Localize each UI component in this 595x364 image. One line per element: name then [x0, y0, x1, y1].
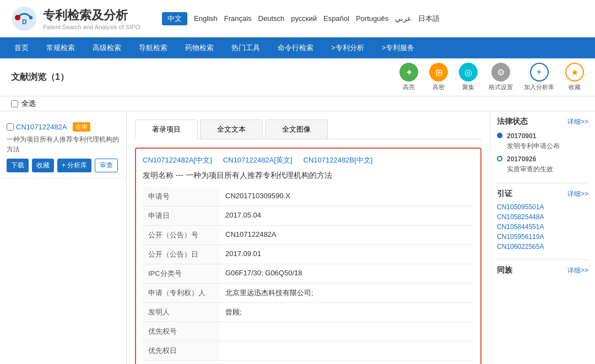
- toolbar-cluster[interactable]: ◎ 聚集: [459, 63, 478, 91]
- select-all-row: 全选: [0, 96, 595, 111]
- detail-link-cn-en[interactable]: CN107122482A[英文]: [223, 155, 293, 165]
- logo-title: 专利检索及分析: [43, 7, 140, 24]
- citation-link[interactable]: CN105844551A: [497, 223, 588, 231]
- format-icon: ⚙: [491, 63, 510, 82]
- right-panel: 法律状态 详细>> 20170901发明专利申请公布20170926实质审查的生…: [490, 111, 595, 364]
- nav-advanced-search[interactable]: 高级检索: [84, 37, 130, 58]
- family-detail-link[interactable]: 详细>>: [567, 266, 588, 275]
- density-label: 高密: [432, 83, 445, 91]
- cluster-icon: ◎: [459, 63, 478, 82]
- citations-detail-link[interactable]: 详细>>: [567, 189, 588, 199]
- nav-hot-tools[interactable]: 热门工具: [223, 37, 269, 58]
- timeline-item: 20170901发明专利申请公布: [497, 131, 588, 151]
- logo-area: D 专利检索及分析 Patent Search and Analysis of …: [11, 6, 140, 32]
- patent-status-badge: 在审: [73, 122, 90, 132]
- tab-fulltext[interactable]: 全文文本: [200, 119, 263, 139]
- field-label: 公开（公告）号: [143, 226, 220, 245]
- invention-title: 发明名称 --- 一种为项目所有人推荐专利代理机构的方法: [143, 171, 474, 181]
- add-analysis-icon: +: [530, 63, 549, 82]
- tab-fullimage[interactable]: 全文图像: [265, 119, 328, 139]
- detail-content: CN107122482A[中文] CN107122482A[英文] CN1071…: [135, 148, 482, 364]
- citations-list: CN105095501ACN105825448ACN105844551ACN10…: [497, 203, 588, 251]
- nav-patent-analysis[interactable]: >专利分析: [322, 37, 373, 58]
- toolbar-icons: ✦ 高亮 ⊞ 高密 ◎ 聚集 ⚙ 格式设置 + 加入分析库 ★ 收藏: [399, 63, 584, 91]
- nav-command-search[interactable]: 命令行检索: [269, 37, 322, 58]
- divider-1: [497, 183, 588, 183]
- field-label: 申请日: [143, 207, 220, 226]
- patent-id-link[interactable]: CN107122482A: [16, 123, 67, 131]
- table-row: 发明人曾顾;: [143, 303, 474, 322]
- field-label: 公开（公告）日: [143, 245, 220, 264]
- favorite-label: 收藏: [569, 83, 581, 91]
- patent-checkbox[interactable]: [7, 123, 14, 131]
- lang-francais[interactable]: Français: [224, 14, 252, 23]
- toolbar-favorite[interactable]: ★ 收藏: [565, 63, 584, 91]
- timeline-item: 20170926实质审查的生效: [497, 154, 588, 174]
- detail-link-cn-zh[interactable]: CN107122482A[中文]: [143, 155, 212, 165]
- timeline-dot: [497, 133, 502, 138]
- lang-english[interactable]: English: [194, 14, 218, 23]
- citation-link[interactable]: CN105095501A: [497, 203, 588, 211]
- toolbar-format[interactable]: ⚙ 格式设置: [489, 63, 513, 91]
- field-value: 曾顾;: [220, 303, 474, 322]
- citation-link[interactable]: CN105825448A: [497, 213, 588, 221]
- logo-text-area: 专利检索及分析 Patent Search and Analysis of SI…: [43, 7, 140, 30]
- lang-russian[interactable]: русский: [291, 14, 317, 23]
- table-row: IPC分类号G06F17/30; G06Q50/18: [143, 264, 474, 284]
- detail-tabs: 著录项目 全文文本 全文图像: [135, 119, 482, 139]
- family-header: 同族 详细>>: [497, 265, 588, 275]
- select-all-label: 全选: [21, 99, 36, 108]
- field-label: IPC分类号: [143, 264, 220, 284]
- lang-espanol[interactable]: Español: [323, 14, 349, 23]
- collect-btn[interactable]: 收藏: [32, 159, 54, 172]
- citation-link[interactable]: CN106022565A: [497, 243, 588, 251]
- table-row: 申请日2017.05.04: [143, 207, 474, 226]
- lang-active-btn[interactable]: 中文: [162, 12, 187, 25]
- results-title: 文献浏览（1）: [11, 72, 69, 83]
- field-value: [220, 322, 474, 341]
- add-analysis-btn[interactable]: + 分析库: [57, 159, 91, 172]
- highlight-label: 高亮: [403, 83, 415, 91]
- logo-icon: D: [11, 6, 37, 32]
- timeline-content: 20170901发明专利申请公布: [507, 131, 560, 151]
- tab-bibliography[interactable]: 著录项目: [135, 119, 198, 139]
- field-value: [220, 341, 474, 361]
- middle-panel: 著录项目 全文文本 全文图像 CN107122482A[中文] CN107122…: [127, 111, 490, 364]
- field-label: 申请（专利权）人: [143, 284, 220, 303]
- info-table: 申请号CN201710309590.X申请日2017.05.04公开（公告）号C…: [143, 187, 474, 361]
- select-all-checkbox[interactable]: [11, 100, 18, 107]
- legal-status-title: 法律状态: [497, 117, 528, 127]
- lang-deutsch[interactable]: Deutsch: [258, 14, 285, 23]
- toolbar-add-analysis[interactable]: + 加入分析库: [524, 63, 554, 91]
- lang-portugues[interactable]: Português: [356, 14, 388, 23]
- nav-drug-search[interactable]: 药物检索: [176, 37, 223, 58]
- table-row: 公开（公告）日2017.09.01: [143, 245, 474, 264]
- field-value: CN107122482A: [220, 226, 474, 245]
- nav-nav-search[interactable]: 导航检索: [130, 37, 176, 58]
- toolbar-density[interactable]: ⊞ 高密: [429, 63, 448, 91]
- nav-regular-search[interactable]: 常规检索: [37, 37, 84, 58]
- lang-arabic[interactable]: عربي: [395, 14, 412, 23]
- legal-status-header: 法律状态 详细>>: [497, 117, 588, 127]
- field-value: 2017.05.04: [220, 207, 474, 226]
- legal-status-timeline: 20170901发明专利申请公布20170926实质审查的生效: [497, 131, 588, 174]
- results-bar: 文献浏览（1） ✦ 高亮 ⊞ 高密 ◎ 聚集 ⚙ 格式设置 + 加入分析库: [0, 58, 595, 96]
- header: D 专利检索及分析 Patent Search and Analysis of …: [0, 0, 595, 37]
- legal-status-detail-link[interactable]: 详细>>: [567, 117, 588, 127]
- download-btn[interactable]: 下载: [7, 159, 29, 172]
- field-value: CN201710309590.X: [220, 187, 474, 207]
- timeline-dot: [497, 156, 502, 161]
- language-bar: 中文 English Français Deutsch русский Espa…: [162, 12, 584, 25]
- legal-status-section: 法律状态 详细>> 20170901发明专利申请公布20170926实质审查的生…: [497, 117, 588, 174]
- review-btn[interactable]: 审查: [95, 159, 118, 172]
- citations-section: 引证 详细>> CN105095501ACN105825448ACN105844…: [497, 189, 588, 251]
- detail-links: CN107122482A[中文] CN107122482A[英文] CN1071…: [143, 155, 474, 165]
- lang-japanese[interactable]: 日本語: [418, 14, 440, 24]
- toolbar-highlight[interactable]: ✦ 高亮: [399, 63, 418, 91]
- detail-link-cnb-zh[interactable]: CN107122482B[中文]: [304, 155, 373, 165]
- format-label: 格式设置: [489, 83, 513, 91]
- citation-link[interactable]: CN105956119A: [497, 233, 588, 241]
- nav-patent-service[interactable]: >专利服务: [373, 37, 424, 58]
- nav-home[interactable]: 首页: [6, 37, 37, 58]
- field-value: 北京里远迅杰科技有限公司;: [220, 284, 474, 303]
